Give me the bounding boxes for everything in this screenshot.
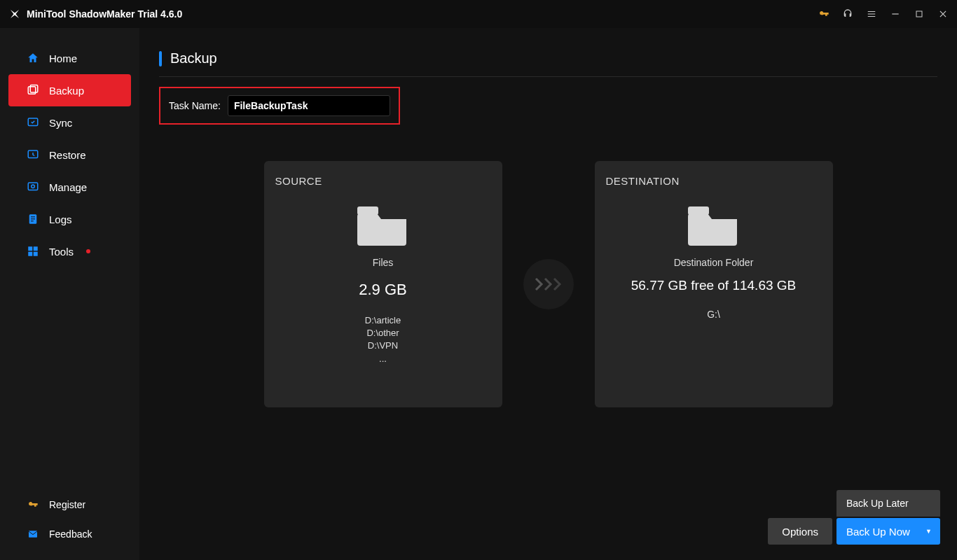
footer-buttons: Options Back Up Later Back Up Now ▼ (768, 490, 940, 545)
main-panel: Backup Task Name: SOURCE Files 2.9 GB D:… (139, 28, 957, 560)
maximize-icon[interactable] (914, 8, 925, 20)
tools-icon (27, 245, 39, 258)
sidebar-item-label: Sync (49, 117, 72, 129)
svg-rect-1 (916, 11, 922, 17)
svg-rect-0 (892, 13, 898, 14)
transfer-arrow-icon (523, 259, 574, 309)
svg-rect-18 (688, 206, 709, 215)
close-icon[interactable] (937, 8, 949, 20)
backup-now-label: Back Up Now (846, 526, 910, 538)
task-name-label: Task Name: (169, 100, 221, 111)
sidebar-item-backup[interactable]: Backup (8, 74, 131, 106)
app-logo-icon (8, 8, 21, 20)
sidebar-item-tools[interactable]: Tools (0, 235, 139, 267)
backup-later-button[interactable]: Back Up Later (836, 490, 940, 517)
sidebar-item-restore[interactable]: Restore (0, 139, 139, 171)
svg-point-7 (32, 185, 35, 188)
register-key-icon (27, 498, 39, 511)
notification-dot-icon (86, 249, 90, 253)
sidebar-item-label: Restore (49, 149, 86, 161)
source-size: 2.9 GB (275, 281, 491, 299)
source-paths: D:\article D:\other D:\VPN ... (275, 314, 491, 365)
destination-free: 56.77 GB free of 114.63 GB (606, 278, 822, 293)
source-heading: SOURCE (275, 175, 491, 187)
svg-rect-12 (28, 246, 32, 251)
sidebar-item-label: Tools (49, 246, 74, 258)
titlebar: MiniTool ShadowMaker Trial 4.6.0 (0, 0, 957, 28)
svg-rect-14 (28, 252, 32, 256)
svg-rect-15 (34, 252, 38, 256)
sidebar-item-label: Feedback (49, 528, 92, 540)
logs-icon (27, 213, 39, 225)
titlebar-right (818, 8, 949, 20)
sidebar-item-label: Home (49, 52, 77, 64)
source-path: D:\other (275, 327, 491, 340)
mail-icon (27, 528, 39, 540)
sidebar-item-register[interactable]: Register (0, 490, 139, 519)
sidebar-item-logs[interactable]: Logs (0, 203, 139, 235)
source-card[interactable]: SOURCE Files 2.9 GB D:\article D:\other … (264, 161, 502, 407)
source-path: D:\VPN (275, 340, 491, 352)
sidebar-item-label: Register (49, 499, 85, 510)
folder-icon (357, 204, 409, 246)
svg-rect-9 (31, 216, 35, 217)
sidebar-item-home[interactable]: Home (0, 42, 139, 74)
titlebar-left: MiniTool ShadowMaker Trial 4.6.0 (8, 8, 182, 20)
sidebar-item-feedback[interactable]: Feedback (0, 519, 139, 549)
destination-heading: DESTINATION (606, 175, 822, 187)
svg-rect-11 (31, 220, 34, 221)
sidebar: Home Backup Sync Restore (0, 28, 139, 560)
backup-button-group: Back Up Later Back Up Now ▼ (836, 490, 940, 545)
sync-icon (27, 116, 39, 129)
page-title: Backup (170, 50, 217, 66)
sidebar-item-label: Manage (49, 181, 87, 193)
source-path: D:\article (275, 314, 491, 327)
menu-icon[interactable] (866, 8, 877, 20)
task-name-input[interactable] (228, 95, 390, 116)
sidebar-item-label: Logs (49, 214, 72, 225)
task-name-row: Task Name: (159, 87, 400, 125)
app-title: MiniTool ShadowMaker Trial 4.6.0 (27, 8, 182, 20)
minimize-icon[interactable] (890, 8, 901, 20)
backup-now-button[interactable]: Back Up Now ▼ (836, 518, 940, 545)
folder-icon (688, 204, 740, 246)
app-body: Home Backup Sync Restore (0, 28, 957, 560)
page-header: Backup (159, 50, 937, 77)
restore-icon (27, 148, 39, 161)
headset-icon[interactable] (842, 8, 853, 20)
source-type: Files (275, 257, 491, 268)
sidebar-item-label: Backup (49, 85, 84, 97)
destination-path: G:\ (606, 309, 822, 320)
svg-rect-10 (31, 218, 35, 219)
backup-icon (27, 84, 39, 97)
svg-rect-6 (28, 183, 38, 190)
page-accent-icon (159, 51, 162, 66)
destination-type: Destination Folder (606, 257, 822, 268)
key-icon[interactable] (818, 8, 829, 20)
sidebar-item-sync[interactable]: Sync (0, 106, 139, 139)
sidebar-nav: Home Backup Sync Restore (0, 42, 139, 490)
options-button[interactable]: Options (768, 518, 832, 545)
destination-card[interactable]: DESTINATION Destination Folder 56.77 GB … (595, 161, 833, 407)
caret-down-icon: ▼ (925, 528, 932, 535)
svg-rect-17 (357, 206, 378, 215)
svg-rect-16 (29, 531, 37, 537)
source-path-more: ... (275, 353, 491, 365)
sidebar-item-manage[interactable]: Manage (0, 171, 139, 203)
cards-row: SOURCE Files 2.9 GB D:\article D:\other … (159, 161, 937, 407)
home-icon (27, 52, 39, 64)
sidebar-bottom: Register Feedback (0, 490, 139, 560)
manage-icon (27, 181, 39, 193)
svg-rect-13 (34, 246, 38, 251)
